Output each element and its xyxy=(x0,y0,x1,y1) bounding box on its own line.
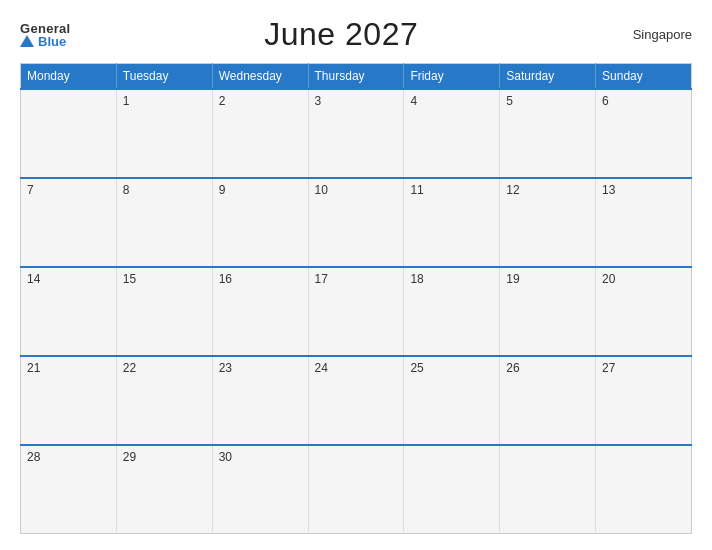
calendar-cell: 6 xyxy=(596,89,692,178)
date-number: 4 xyxy=(410,94,417,108)
col-friday: Friday xyxy=(404,64,500,90)
date-number: 27 xyxy=(602,361,615,375)
calendar-table: Monday Tuesday Wednesday Thursday Friday… xyxy=(20,63,692,534)
col-tuesday: Tuesday xyxy=(116,64,212,90)
date-number: 20 xyxy=(602,272,615,286)
calendar-cell xyxy=(308,445,404,534)
calendar-title: June 2027 xyxy=(264,16,418,53)
calendar-week-row: 123456 xyxy=(21,89,692,178)
logo-blue-row: Blue xyxy=(20,35,66,48)
calendar-cell: 7 xyxy=(21,178,117,267)
calendar-cell: 22 xyxy=(116,356,212,445)
calendar-cell: 16 xyxy=(212,267,308,356)
date-number: 29 xyxy=(123,450,136,464)
calendar-cell: 9 xyxy=(212,178,308,267)
date-number: 19 xyxy=(506,272,519,286)
date-number: 6 xyxy=(602,94,609,108)
date-number: 11 xyxy=(410,183,423,197)
calendar-header-row: Monday Tuesday Wednesday Thursday Friday… xyxy=(21,64,692,90)
date-number: 13 xyxy=(602,183,615,197)
calendar-cell: 3 xyxy=(308,89,404,178)
date-number: 14 xyxy=(27,272,40,286)
calendar-cell: 10 xyxy=(308,178,404,267)
calendar-cell: 8 xyxy=(116,178,212,267)
calendar-cell xyxy=(404,445,500,534)
calendar-cell: 17 xyxy=(308,267,404,356)
date-number: 25 xyxy=(410,361,423,375)
calendar-cell: 12 xyxy=(500,178,596,267)
calendar-cell: 19 xyxy=(500,267,596,356)
calendar-cell: 28 xyxy=(21,445,117,534)
calendar-cell: 13 xyxy=(596,178,692,267)
logo-general-text: General xyxy=(20,22,71,35)
col-saturday: Saturday xyxy=(500,64,596,90)
logo: General Blue xyxy=(20,22,71,48)
calendar-cell: 25 xyxy=(404,356,500,445)
calendar-cell: 5 xyxy=(500,89,596,178)
col-wednesday: Wednesday xyxy=(212,64,308,90)
date-number: 15 xyxy=(123,272,136,286)
calendar-cell: 2 xyxy=(212,89,308,178)
calendar-cell: 1 xyxy=(116,89,212,178)
calendar-week-row: 282930 xyxy=(21,445,692,534)
calendar-cell: 27 xyxy=(596,356,692,445)
calendar-cell: 18 xyxy=(404,267,500,356)
region-label: Singapore xyxy=(612,27,692,42)
col-sunday: Sunday xyxy=(596,64,692,90)
date-number: 9 xyxy=(219,183,226,197)
date-number: 12 xyxy=(506,183,519,197)
calendar-cell: 29 xyxy=(116,445,212,534)
date-number: 26 xyxy=(506,361,519,375)
date-number: 30 xyxy=(219,450,232,464)
calendar-cell: 15 xyxy=(116,267,212,356)
date-number: 18 xyxy=(410,272,423,286)
calendar-cell: 11 xyxy=(404,178,500,267)
date-number: 24 xyxy=(315,361,328,375)
calendar-cell: 26 xyxy=(500,356,596,445)
date-number: 21 xyxy=(27,361,40,375)
calendar-cell xyxy=(21,89,117,178)
calendar-cell: 21 xyxy=(21,356,117,445)
calendar-week-row: 78910111213 xyxy=(21,178,692,267)
col-thursday: Thursday xyxy=(308,64,404,90)
calendar-week-row: 14151617181920 xyxy=(21,267,692,356)
date-number: 7 xyxy=(27,183,34,197)
date-number: 8 xyxy=(123,183,130,197)
calendar-page: General Blue June 2027 Singapore Monday … xyxy=(0,0,712,550)
date-number: 3 xyxy=(315,94,322,108)
calendar-cell: 30 xyxy=(212,445,308,534)
header: General Blue June 2027 Singapore xyxy=(20,16,692,53)
calendar-cell: 4 xyxy=(404,89,500,178)
date-number: 2 xyxy=(219,94,226,108)
calendar-cell: 23 xyxy=(212,356,308,445)
date-number: 23 xyxy=(219,361,232,375)
calendar-cell: 24 xyxy=(308,356,404,445)
date-number: 17 xyxy=(315,272,328,286)
calendar-week-row: 21222324252627 xyxy=(21,356,692,445)
calendar-cell xyxy=(596,445,692,534)
date-number: 1 xyxy=(123,94,130,108)
logo-triangle-icon xyxy=(20,35,34,47)
date-number: 10 xyxy=(315,183,328,197)
date-number: 28 xyxy=(27,450,40,464)
col-monday: Monday xyxy=(21,64,117,90)
calendar-cell: 20 xyxy=(596,267,692,356)
calendar-cell xyxy=(500,445,596,534)
date-number: 16 xyxy=(219,272,232,286)
date-number: 22 xyxy=(123,361,136,375)
calendar-cell: 14 xyxy=(21,267,117,356)
date-number: 5 xyxy=(506,94,513,108)
logo-blue-text: Blue xyxy=(38,35,66,48)
